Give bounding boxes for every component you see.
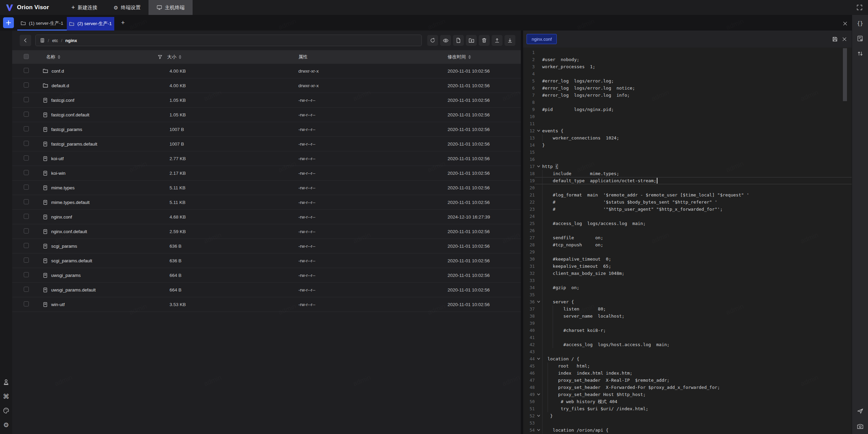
terminal-tab-2[interactable]: (2) server-生产-1 xyxy=(67,17,114,31)
code-line[interactable]: 8 xyxy=(523,99,852,106)
breadcrumb-segment[interactable]: etc xyxy=(52,38,58,43)
code-line[interactable]: 3worker_processes 1; xyxy=(523,63,852,70)
code-line[interactable]: 40 #charset koi8-r; xyxy=(523,327,852,334)
code-line[interactable]: 35 xyxy=(523,291,852,298)
preview-eye-icon[interactable] xyxy=(440,35,451,46)
code-line[interactable]: 13 worker_connections 1024; xyxy=(523,134,852,141)
column-header-size[interactable]: 大小 xyxy=(158,54,287,60)
code-line[interactable]: 22 # '$status $body_bytes_sent "$http_re… xyxy=(523,199,852,206)
code-line[interactable]: 24 xyxy=(523,213,852,220)
code-line[interactable]: 37 listen 80; xyxy=(523,305,852,313)
screenshot-camera-icon[interactable] xyxy=(857,423,864,430)
table-row[interactable]: mime.types.default 5.11 KB -rw-r--r-- 20… xyxy=(12,195,521,210)
new-folder-icon[interactable] xyxy=(466,35,477,46)
code-line[interactable]: 52 } xyxy=(523,412,852,419)
fold-chevron-icon[interactable] xyxy=(535,165,542,168)
table-row[interactable]: nginx.conf.default 2.59 KB -rw-r--r-- 20… xyxy=(12,224,521,239)
code-line[interactable]: 9#pid logs/nginx.pid; xyxy=(523,106,852,113)
menu-host-terminal[interactable]: 主机终端 xyxy=(149,0,193,15)
code-line[interactable]: 12events { xyxy=(523,127,852,134)
add-tab-button[interactable]: + xyxy=(121,19,125,26)
code-line[interactable]: 27 sendfile on; xyxy=(523,234,852,241)
new-file-icon[interactable] xyxy=(453,35,464,46)
row-checkbox[interactable] xyxy=(24,258,29,263)
table-row[interactable]: fastcgi.conf.default 1.05 KB -rw-r--r-- … xyxy=(12,108,521,122)
code-line[interactable]: 18 include mime.types; xyxy=(523,170,852,177)
settings-gear-icon[interactable]: ⚙ xyxy=(3,421,9,429)
code-line[interactable]: 33 xyxy=(523,277,852,284)
close-editor-icon[interactable] xyxy=(840,34,849,44)
code-line[interactable]: 38 server_name localhost; xyxy=(523,313,852,320)
download-icon[interactable] xyxy=(505,35,515,46)
fold-chevron-icon[interactable] xyxy=(535,300,542,304)
row-checkbox[interactable] xyxy=(24,199,29,204)
code-line[interactable]: 36 server { xyxy=(523,298,852,305)
table-row[interactable]: scgi_params 636 B -rw-r--r-- 2020-11-01 … xyxy=(12,239,521,253)
code-editor[interactable]: 12#user nobody;3worker_processes 1;45#er… xyxy=(523,48,852,434)
code-line[interactable]: 6#error_log logs/error.log notice; xyxy=(523,84,852,92)
code-line[interactable]: 20 xyxy=(523,184,852,191)
column-header-mtime[interactable]: 修改时间 xyxy=(434,54,521,60)
sort-mtime-icon[interactable] xyxy=(468,55,471,59)
code-line[interactable]: 31 keepalive_timeout 65; xyxy=(523,263,852,270)
fold-chevron-icon[interactable] xyxy=(535,393,542,396)
row-checkbox[interactable] xyxy=(24,126,29,131)
fullscreen-icon[interactable] xyxy=(853,0,866,15)
fold-chevron-icon[interactable] xyxy=(535,428,542,432)
code-line[interactable]: 1 xyxy=(523,49,852,56)
code-line[interactable]: 30 #keepalive_timeout 0; xyxy=(523,256,852,263)
table-row[interactable]: koi-utf 2.77 KB -rw-r--r-- 2020-11-01 10… xyxy=(12,151,521,166)
row-checkbox[interactable] xyxy=(24,155,29,161)
row-checkbox[interactable] xyxy=(24,287,29,292)
table-row[interactable]: fastcgi.conf 1.05 KB -rw-r--r-- 2020-11-… xyxy=(12,93,521,108)
table-row[interactable]: scgi_params.default 636 B -rw-r--r-- 202… xyxy=(12,253,521,268)
filter-funnel-icon[interactable] xyxy=(158,55,162,59)
code-line[interactable]: 29 xyxy=(523,248,852,256)
breadcrumb[interactable]: /etc/nginx xyxy=(35,35,422,46)
row-checkbox[interactable] xyxy=(24,112,29,117)
code-line[interactable]: 45 root html; xyxy=(523,362,852,370)
code-line[interactable]: 11 xyxy=(523,120,852,127)
code-line[interactable]: 23 # '"$http_user_agent" "$http_x_forwar… xyxy=(523,206,852,213)
code-line[interactable]: 54 location /orion/api { xyxy=(523,427,852,434)
command-icon[interactable]: ⌘ xyxy=(3,393,9,400)
table-row[interactable]: nginx.conf 4.68 KB -rw-r--r-- 2024-12-10… xyxy=(12,210,521,224)
select-all-checkbox[interactable] xyxy=(24,54,29,59)
code-line[interactable]: 14} xyxy=(523,141,852,149)
menu-new-connection[interactable]: + 新建连接 xyxy=(63,0,105,15)
code-line[interactable]: 7#error_log logs/error.log info; xyxy=(523,92,852,99)
fold-chevron-icon[interactable] xyxy=(535,357,542,361)
code-line[interactable]: 49 proxy_set_header Host $http_host; xyxy=(523,391,852,398)
code-line[interactable]: 25 #access_log logs/access.log main; xyxy=(523,220,852,227)
code-line[interactable]: 10 xyxy=(523,113,852,120)
panel-divider[interactable] xyxy=(521,31,523,434)
row-checkbox[interactable] xyxy=(24,185,29,190)
code-line[interactable]: 28 #tcp_nopush on; xyxy=(523,241,852,248)
sort-lines-icon[interactable] xyxy=(857,51,863,57)
code-line[interactable]: 53 xyxy=(523,419,852,427)
code-line[interactable]: 5#error_log logs/error.log; xyxy=(523,77,852,84)
row-checkbox[interactable] xyxy=(24,141,29,146)
upload-icon[interactable] xyxy=(492,35,502,46)
code-line[interactable]: 34 #gzip on; xyxy=(523,284,852,291)
row-checkbox[interactable] xyxy=(24,243,29,248)
braces-icon[interactable]: {} xyxy=(857,20,863,26)
code-line[interactable]: 15 xyxy=(523,149,852,156)
send-command-icon[interactable] xyxy=(857,408,864,414)
row-checkbox[interactable] xyxy=(24,272,29,277)
save-file-icon[interactable] xyxy=(830,34,840,44)
fold-chevron-icon[interactable] xyxy=(535,414,542,418)
terminal-tab-1[interactable]: (1) server-生产-1 xyxy=(17,17,67,31)
editor-scrollbar[interactable] xyxy=(843,48,847,101)
code-line[interactable]: 21 #log_format main '$remote_addr - $rem… xyxy=(523,191,852,199)
table-row[interactable]: default.d 4.00 KB drwxr-xr-x 2020-11-01 … xyxy=(12,78,521,93)
code-line[interactable]: 51 try_files $uri $uri/ /index.html; xyxy=(523,405,852,412)
column-header-name[interactable]: 名称 xyxy=(43,54,158,60)
fold-chevron-icon[interactable] xyxy=(535,129,542,133)
delete-trash-icon[interactable] xyxy=(479,35,490,46)
code-line[interactable]: 39 xyxy=(523,320,852,327)
code-line[interactable]: 42 #access_log logs/host.access.log main… xyxy=(523,341,852,348)
back-button[interactable] xyxy=(20,35,31,46)
table-row[interactable]: fastcgi_params.default 1007 B -rw-r--r--… xyxy=(12,137,521,151)
row-checkbox[interactable] xyxy=(24,68,29,73)
